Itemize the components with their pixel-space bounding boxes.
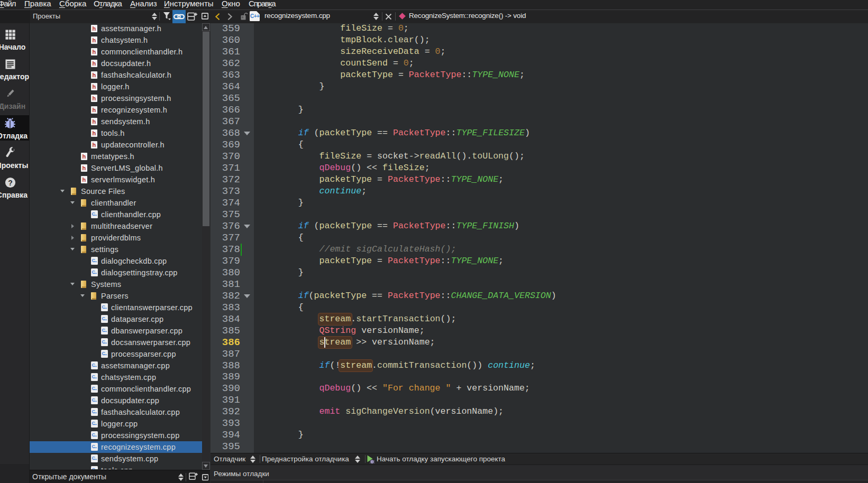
svg-text:?: ?	[8, 179, 13, 187]
